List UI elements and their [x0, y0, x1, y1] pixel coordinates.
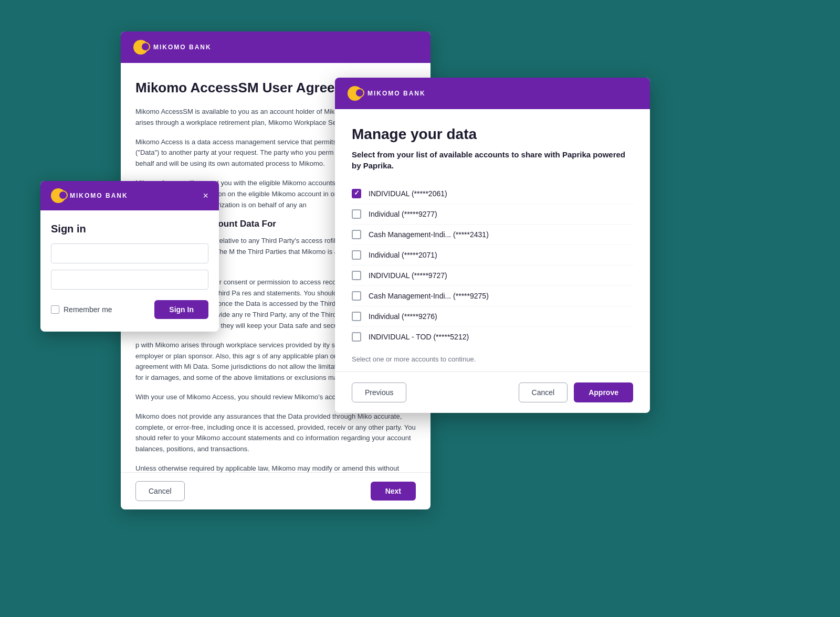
remember-me-checkbox[interactable]: [51, 305, 59, 314]
signin-card: MIKOMO BANK × Sign in Remember me Sign I…: [40, 181, 219, 332]
account-item-1: INDIVIDUAL (*****2061): [352, 184, 633, 204]
brand-logo-icon: [133, 40, 148, 55]
manage-cancel-button[interactable]: Cancel: [519, 382, 568, 402]
account-checkbox-1[interactable]: [352, 189, 361, 198]
approve-button[interactable]: Approve: [574, 382, 633, 402]
signin-logo-group: MIKOMO BANK: [51, 188, 128, 203]
manage-subtitle: Select from your list of available accou…: [352, 149, 633, 171]
signin-brand-logo-icon: [51, 188, 66, 203]
signin-options-row: Remember me Sign In: [51, 300, 208, 319]
account-checkbox-4[interactable]: [352, 250, 361, 260]
agreement-footer: Cancel Next: [121, 472, 430, 509]
account-checkbox-3[interactable]: [352, 230, 361, 239]
account-label-3: Cash Management-Indi... (*****2431): [369, 230, 489, 239]
agreement-cancel-button[interactable]: Cancel: [135, 481, 185, 501]
account-item-2: Individual (*****9277): [352, 204, 633, 225]
manage-brand-logo-icon: [348, 86, 362, 101]
signin-body: Sign in Remember me Sign In: [40, 210, 219, 332]
manage-footer: Previous Cancel Approve: [335, 371, 650, 413]
account-label-1: INDIVIDUAL (*****2061): [369, 189, 447, 198]
manage-data-card: MIKOMO BANK Manage your data Select from…: [335, 78, 650, 413]
account-label-5: INDIVIDUAL (*****9727): [369, 271, 447, 280]
signin-brand-name: MIKOMO BANK: [70, 192, 128, 199]
manage-title: Manage your data: [352, 126, 633, 143]
account-list: INDIVIDUAL (*****2061) Individual (*****…: [352, 184, 633, 347]
account-item-5: INDIVIDUAL (*****9727): [352, 265, 633, 286]
account-label-6: Cash Management-Indi... (*****9275): [369, 292, 489, 300]
account-item-4: Individual (*****2071): [352, 245, 633, 265]
footer-right-buttons: Cancel Approve: [519, 382, 633, 402]
manage-body: Manage your data Select from your list o…: [335, 109, 650, 371]
select-hint: Select one or more accounts to continue.: [352, 355, 633, 371]
account-label-8: INDIVIDUAL - TOD (*****5212): [369, 333, 469, 341]
account-label-2: Individual (*****9277): [369, 210, 437, 218]
agreement-para-9: Unless otherwise required by applicable …: [135, 463, 416, 472]
previous-button[interactable]: Previous: [352, 382, 406, 402]
account-label-4: Individual (*****2071): [369, 251, 437, 259]
agreement-next-button[interactable]: Next: [371, 482, 416, 501]
account-label-7: Individual (*****9276): [369, 312, 437, 321]
remember-me-label[interactable]: Remember me: [51, 305, 112, 314]
signin-title: Sign in: [51, 223, 208, 235]
password-input[interactable]: [51, 270, 208, 290]
account-item-3: Cash Management-Indi... (*****2431): [352, 225, 633, 245]
brand-name: MIKOMO BANK: [153, 44, 212, 51]
username-input[interactable]: [51, 243, 208, 263]
agreement-header: MIKOMO BANK: [121, 31, 430, 63]
account-item-6: Cash Management-Indi... (*****9275): [352, 286, 633, 306]
account-checkbox-7[interactable]: [352, 312, 361, 321]
manage-brand-name: MIKOMO BANK: [368, 90, 426, 97]
signin-button[interactable]: Sign In: [154, 300, 208, 319]
signin-close-button[interactable]: ×: [203, 191, 208, 200]
account-checkbox-6[interactable]: [352, 291, 361, 301]
account-item-7: Individual (*****9276): [352, 306, 633, 327]
account-item-8: INDIVIDUAL - TOD (*****5212): [352, 327, 633, 347]
agreement-para-8: Mikomo does not provide any assurances t…: [135, 411, 416, 455]
account-checkbox-8[interactable]: [352, 332, 361, 342]
account-checkbox-5[interactable]: [352, 271, 361, 280]
signin-header: MIKOMO BANK ×: [40, 181, 219, 210]
account-checkbox-2[interactable]: [352, 209, 361, 219]
manage-header: MIKOMO BANK: [335, 78, 650, 109]
